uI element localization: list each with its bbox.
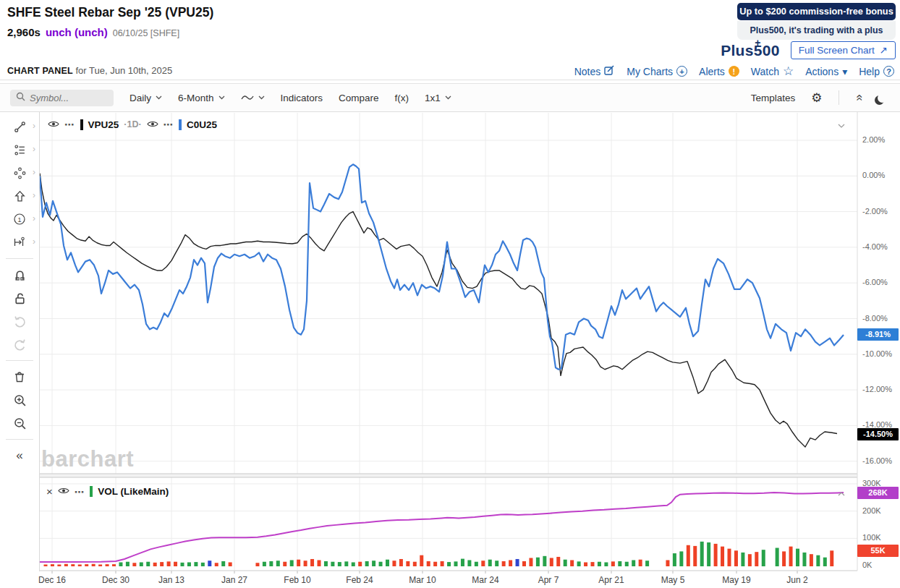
annotation-tool[interactable]: 1 › — [0, 208, 39, 231]
chevron-down-icon — [218, 95, 225, 100]
range-select[interactable]: 6-Month — [178, 93, 225, 103]
volume-bars — [44, 542, 834, 566]
help-icon: ? — [883, 66, 894, 77]
alert-warning-icon: ! — [729, 66, 739, 77]
price-line-vpu25 — [40, 174, 837, 447]
grid-lines — [40, 113, 857, 574]
collapse-toolbar-icon[interactable]: » — [855, 90, 862, 105]
visibility-eye-icon[interactable] — [58, 486, 69, 497]
symbol-input[interactable] — [30, 93, 102, 103]
price-change: unch (unch) — [46, 26, 108, 38]
series-label-c0u25[interactable]: C0U25 — [187, 119, 217, 130]
series-period: ·1D· — [124, 119, 141, 129]
fullscreen-chart-button[interactable]: Full Screen Chart ↗ — [791, 41, 896, 59]
plus-icon: + — [755, 37, 760, 48]
chart-links: Notes My Charts + Alerts ! Watch ☆ Actio… — [574, 64, 894, 79]
add-chart-icon: + — [676, 66, 687, 77]
visibility-eye-icon[interactable] — [48, 119, 59, 130]
external-link-icon: ↗ — [880, 44, 888, 56]
watch-link[interactable]: Watch ☆ — [751, 64, 794, 79]
quote-meta: 06/10/25 [SHFE] — [113, 28, 179, 38]
series-menu-icon[interactable]: ⋯ — [75, 486, 85, 498]
volume-legend: × ⋯ VOL (LikeMain) — [46, 485, 169, 498]
symbol-search[interactable] — [10, 90, 114, 106]
notes-link[interactable]: Notes — [574, 65, 616, 78]
barchart-watermark: barchart — [41, 446, 134, 472]
page-title: SHFE Steel Rebar Sep '25 (VPU25) — [7, 5, 213, 20]
c0u25-chip — [179, 119, 182, 130]
price-volume-chart[interactable] — [0, 112, 900, 588]
rail-divider — [6, 439, 33, 440]
volume-label[interactable]: VOL (LikeMain) — [98, 486, 169, 497]
panel-title: CHART PANEL for Tue, Jun 10th, 2025 — [7, 65, 172, 76]
volume-panel-collapse-icon[interactable] — [838, 489, 845, 498]
vol-chip — [90, 486, 93, 497]
series-menu-icon[interactable]: ⋯ — [64, 119, 75, 130]
chart-type-select[interactable] — [241, 94, 265, 101]
delete-drawings-icon[interactable] — [0, 365, 39, 388]
line-style-icon — [241, 94, 254, 101]
price-line-c0u25 — [40, 164, 844, 369]
caret-down-icon: ▾ — [842, 66, 847, 77]
compare-button[interactable]: Compare — [339, 93, 379, 103]
help-link[interactable]: Help ? — [859, 66, 894, 77]
arrow-tool[interactable]: › — [0, 184, 39, 208]
svg-text:1: 1 — [17, 216, 21, 223]
indicators-button[interactable]: Indicators — [281, 93, 323, 103]
ad-subline[interactable]: Plus500, it's trading with a plus — [737, 21, 896, 40]
visibility-eye-icon[interactable] — [147, 119, 158, 130]
chevron-down-icon — [258, 95, 265, 100]
magnet-mode-icon[interactable] — [0, 263, 39, 286]
zoom-in-icon[interactable] — [0, 388, 39, 412]
main-panel-collapse-icon[interactable] — [838, 121, 845, 129]
my-charts-link[interactable]: My Charts + — [627, 66, 687, 77]
series-menu-icon[interactable]: ⋯ — [164, 119, 174, 130]
edit-note-icon — [604, 65, 615, 78]
zoom-out-icon[interactable] — [0, 412, 39, 435]
chevron-down-icon — [156, 95, 162, 100]
actions-menu[interactable]: Actions ▾ — [805, 66, 847, 77]
chart-toolbar: Daily 6-Month Indicators Compare f(x) 1x… — [0, 83, 900, 112]
rail-divider — [6, 258, 33, 259]
main-legend: ⋯ VPU25 ·1D· ⋯ C0U25 — [48, 119, 217, 130]
toolbar-divider — [839, 90, 839, 105]
close-icon[interactable]: × — [46, 485, 53, 498]
shapes-tool[interactable]: › — [0, 161, 39, 184]
search-icon — [16, 92, 25, 103]
quote-row: 2,960s unch (unch) 06/10/25 [SHFE] — [7, 26, 179, 38]
last-price: 2,960s — [7, 26, 41, 38]
drawing-tool-rail: › › › › 1 › › — [0, 112, 40, 571]
settings-gear-icon[interactable]: ⚙ — [811, 90, 822, 106]
plus500-logo[interactable]: Plus500 + — [721, 42, 780, 59]
layout-select[interactable]: 1x1 — [425, 93, 451, 103]
ad-headline[interactable]: Up to $200 commission-free bonus — [737, 3, 896, 20]
vpu25-chip — [80, 119, 83, 130]
header-divider — [0, 80, 900, 80]
collapse-rail-icon[interactable]: « — [0, 444, 39, 467]
dark-mode-moon-icon[interactable] — [878, 93, 890, 103]
undo-icon[interactable] — [0, 310, 39, 333]
alerts-link[interactable]: Alerts ! — [699, 66, 739, 77]
templates-button[interactable]: Templates — [751, 93, 796, 103]
unlock-drawings-icon[interactable] — [0, 286, 39, 310]
redo-icon[interactable] — [0, 333, 39, 356]
trend-line-tool[interactable]: › — [0, 115, 39, 138]
period-select[interactable]: Daily — [130, 93, 162, 103]
series-label-vpu25[interactable]: VPU25 — [88, 119, 119, 130]
measure-tool[interactable]: › — [0, 231, 39, 254]
fx-button[interactable]: f(x) — [395, 93, 409, 103]
ad-banner[interactable]: Up to $200 commission-free bonus Plus500… — [737, 3, 896, 40]
fibonacci-tool[interactable]: › — [0, 138, 39, 161]
rail-divider — [6, 360, 33, 361]
watch-star-icon: ☆ — [783, 64, 794, 79]
chevron-down-icon — [445, 95, 451, 100]
